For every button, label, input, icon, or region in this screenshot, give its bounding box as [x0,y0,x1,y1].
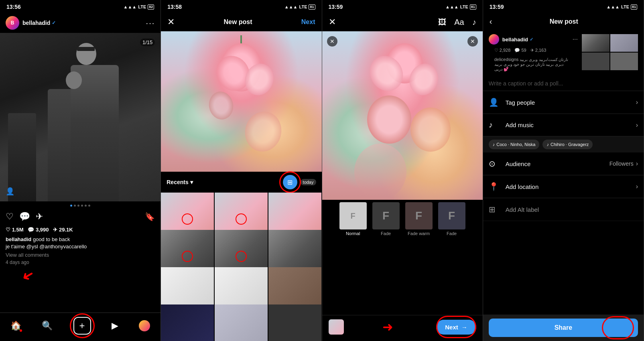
red-arrow-down-1: ➜ [19,266,38,286]
text-tool-3[interactable]: Aa [454,18,464,27]
thumb-other-1[interactable] [268,304,321,341]
verified-badge-4: ✓ [530,37,533,42]
post-preview-4: bellahadid ✓ ··· ♡ 2,928 💬 59 ✈ 2,163 de… [483,30,644,76]
back-button-4[interactable]: ‹ [490,17,492,26]
multiselect-button-2[interactable]: ⊞ [283,175,297,189]
status-icons-4: ▲▲▲ LTE 81 [606,4,637,10]
remove-btn2-3[interactable]: ✕ [467,36,478,47]
more-options-1[interactable]: ··· [146,19,155,27]
dot-2 [74,205,76,207]
preview-img-1-4 [582,34,609,52]
add-alt-option-4[interactable]: ⊞ Add Alt label [483,198,644,221]
lte-label-1: LTE [138,4,146,9]
editor-tools-3: 🖼 Aa ♪ [438,18,476,27]
status-bar-2: 13:58 ▲▲▲ LTE 81 [161,0,321,13]
close-button-3[interactable]: ✕ [329,17,336,27]
dot-5 [85,205,87,207]
tag-people-option-4[interactable]: 👤 Tag people › [483,91,644,114]
lte-label-4: LTE [621,4,629,9]
add-music-option-4[interactable]: ♪ Add music › [483,114,644,136]
add-location-label-4: Add location [506,183,636,190]
share-button-1[interactable]: ✈ [36,211,43,222]
likes-count-1: ♡ 1.5M 💬 3,990 ✈ 29.1K [0,225,160,234]
status-icons-2: ▲▲▲ LTE 81 [284,4,315,10]
remove-btn-3[interactable]: ✕ [327,36,337,47]
preview-avatar-4 [489,34,499,45]
music-note-icon-1-4: ♪ [493,142,495,147]
filter-fade-warm-3[interactable]: F Fade warm [405,202,433,236]
dot-4 [81,205,83,207]
red-circle-next-3 [436,316,476,338]
thumb-checked-1[interactable]: 2 [215,304,268,341]
next-button-3[interactable]: Next → [436,320,476,335]
time-3: 13:59 [329,4,343,10]
tagged-user-icon-1[interactable]: 👤 [6,187,14,196]
next-button-2[interactable]: Next [301,18,315,26]
signal-icon-1: ▲▲▲ [124,4,137,9]
add-post-button-1[interactable]: + [73,317,91,335]
audience-chevron-4: › [636,160,638,167]
home-dot-1 [20,329,22,332]
photo-grid-2: 1 2 [161,193,321,341]
editor-image-3: ✕ ✕ [322,31,483,200]
caption-input-4[interactable]: Write a caption or add a poll... [483,76,644,91]
battery-1: 82 [148,4,154,10]
reels-nav-1[interactable]: ▶ [112,321,118,331]
add-location-option-4[interactable]: 📍 Add location › [483,175,644,198]
time-2: 13:58 [167,4,182,10]
preview-image-grid-4 [582,34,638,70]
view-comments-1[interactable]: View all comments [0,251,160,259]
status-icons-1: ▲▲▲ LTE 82 [124,4,154,10]
home-nav-1[interactable]: 🏠 [10,321,21,331]
caption-username-1: bellahadid [6,236,31,242]
profile-nav-1[interactable] [139,320,150,331]
heart-icon-1: ♡ [6,227,12,233]
bookmark-button-1[interactable]: 🔖 [145,212,155,221]
title-4: New post [498,18,629,25]
post-time-1: 4 days ago [0,259,160,267]
username-1[interactable]: bellahadid ✓ [22,20,56,26]
music-chip-1-4[interactable]: ♪ Coco · Ninho, Niska [489,140,540,149]
time-4: 13:59 [490,4,504,10]
music-note-icon-2-4: ♪ [546,142,549,147]
like-button-1[interactable]: ♡ [6,211,14,222]
dot-6 [88,205,90,207]
filter-panel-3: F Normal F Fade F Fade warm F Fade [322,200,483,238]
comment-button-1[interactable]: 💬 [19,211,30,222]
post-caption-1: bellahadid good to be backje t'aime @ysl… [0,234,160,251]
filter-fade2-3[interactable]: F Fade [438,202,465,236]
status-bar-1: 13:56 ▲▲▲ LTE 82 [0,0,160,13]
music-chip-2-4[interactable]: ♪ Chihiro · Gravagerz [542,140,593,149]
close-button-2[interactable]: ✕ [167,17,175,27]
preview-username-4: bellahadid ✓ [502,37,533,43]
filter-normal-3[interactable]: F Normal [339,202,367,236]
battery-3: 81 [470,4,476,10]
location-chevron-4: › [636,183,638,190]
music-tool-3[interactable]: ♪ [472,18,476,27]
thumb-screen-1[interactable] [161,304,214,341]
filter-preview-fade-3: F [372,202,400,229]
filter-fade-3[interactable]: F Fade [372,202,400,236]
phone-1: 13:56 ▲▲▲ LTE 82 B bellahadid ✓ ··· 1/15… [0,0,161,341]
today-label-2: today [301,179,316,185]
filter-preview-fadewarm-3: F [405,202,433,229]
more-options-4[interactable]: ··· [573,36,578,43]
comment-icon-1: 💬 [28,227,36,233]
verified-badge-1: ✓ [52,20,56,26]
preview-img-2-4 [610,34,638,52]
image-tool-3[interactable]: 🖼 [438,18,446,27]
preview-thumb-3 [329,319,344,335]
preview-img-4-4 [610,53,638,70]
chevron-down-icon-2: ▾ [190,179,193,185]
share-button-4[interactable]: Share [489,319,638,337]
avatar-1[interactable]: B [6,16,19,30]
music-chips-4: ♪ Coco · Ninho, Niska ♪ Chihiro · Gravag… [483,136,644,152]
audience-option-4[interactable]: ⊙ Audience Followers › [483,152,644,175]
music-chevron-4: › [636,122,638,129]
recents-label-2[interactable]: Recents ▾ [167,179,193,185]
red-circle-thumb-2 [236,213,247,225]
new-post-header-2: ✕ New post Next [161,13,321,31]
preview-user-row-4: bellahadid ✓ ··· [489,34,578,45]
signal-icon-2: ▲▲▲ [284,4,298,9]
search-nav-1[interactable]: 🔍 [42,321,53,331]
